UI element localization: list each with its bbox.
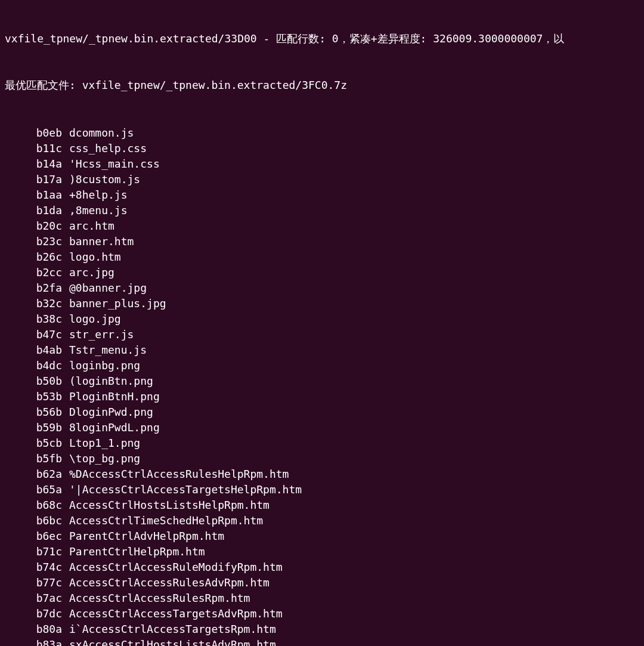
offset-value: b7ac [5, 591, 62, 606]
header-path: vxfile_tpnew/_tpnew.bin.extracted/33D00 [5, 32, 257, 45]
offset-value: b11c [5, 141, 62, 156]
strings-row: b59b 8loginPwdL.png [5, 420, 639, 435]
filename-value: %DAccessCtrlAccessRulesHelpRpm.htm [69, 466, 289, 482]
strings-row: b77c AccessCtrlAccessRulesAdvRpm.htm [5, 575, 639, 591]
offset-value: b65a [5, 482, 62, 497]
strings-row: b71c ParentCtrlHelpRpm.htm [5, 544, 639, 560]
offset-value: b14a [5, 156, 62, 172]
filename-value: arc.jpg [69, 265, 114, 280]
filename-value: +8help.js [69, 187, 128, 203]
offset-value: b53b [5, 389, 62, 404]
strings-row: b20c arc.htm [5, 218, 639, 234]
filename-value: banner_plus.jpg [69, 296, 166, 311]
strings-row: b5fb \top_bg.png [5, 451, 639, 466]
strings-row: b62a %DAccessCtrlAccessRulesHelpRpm.htm [5, 466, 639, 482]
terminal-output[interactable]: vxfile_tpnew/_tpnew.bin.extracted/33D00 … [0, 0, 644, 646]
filename-value: i`AccessCtrlAccessTargetsRpm.htm [69, 622, 276, 637]
filename-value: AccessCtrlAccessRuleModifyRpm.htm [69, 560, 283, 575]
filename-value: AccessCtrlAccessRulesAdvRpm.htm [69, 575, 270, 591]
offset-value: b38c [5, 311, 62, 327]
offset-value: b6ec [5, 528, 62, 544]
offset-value: b0eb [5, 125, 62, 141]
filename-value: AccessCtrlHostsListsHelpRpm.htm [69, 497, 270, 513]
offset-value: b4dc [5, 358, 62, 373]
strings-list: b0eb dcommon.jsb11c css_help.cssb14a 'Hc… [5, 125, 639, 646]
offset-value: b1aa [5, 187, 62, 203]
strings-row: b17a )8custom.js [5, 172, 639, 187]
offset-value: b32c [5, 296, 62, 311]
strings-row: b7ac AccessCtrlAccessRulesRpm.htm [5, 591, 639, 606]
strings-row: b50b (loginBtn.png [5, 373, 639, 389]
offset-value: b5cb [5, 435, 62, 451]
filename-value: Ltop1_1.png [69, 435, 140, 451]
filename-value: 'Hcss_main.css [69, 156, 160, 172]
strings-row: b4ab Tstr_menu.js [5, 342, 639, 358]
strings-row: b83a sxAccessCtrlHostsListsAdvRpm.htm [5, 637, 639, 646]
strings-row: b74c AccessCtrlAccessRuleModifyRpm.htm [5, 560, 639, 575]
filename-value: PloginBtnH.png [69, 389, 160, 404]
best-match-value: vxfile_tpnew/_tpnew.bin.extracted/3FC0.7… [82, 79, 347, 91]
filename-value: arc.htm [69, 218, 114, 234]
fuzzy-label: 紧凑+差异程度: [349, 32, 427, 45]
offset-value: b50b [5, 373, 62, 389]
strings-row: b65a '|AccessCtrlAccessTargetsHelpRpm.ht… [5, 482, 639, 497]
strings-row: b2fa @0banner.jpg [5, 280, 639, 296]
filename-value: loginbg.png [69, 358, 140, 373]
strings-row: b47c str_err.js [5, 327, 639, 342]
offset-value: b56b [5, 404, 62, 420]
strings-row: b68c AccessCtrlHostsListsHelpRpm.htm [5, 497, 639, 513]
offset-value: b5fb [5, 451, 62, 466]
header-line-1: vxfile_tpnew/_tpnew.bin.extracted/33D00 … [5, 31, 639, 47]
offset-value: b26c [5, 249, 62, 265]
strings-row: b4dc loginbg.png [5, 358, 639, 373]
strings-row: b5cb Ltop1_1.png [5, 435, 639, 451]
offset-value: b80a [5, 622, 62, 637]
strings-row: b23c banner.htm [5, 234, 639, 249]
filename-value: ParentCtrlAdvHelpRpm.htm [69, 528, 224, 544]
strings-row: b1da ,8menu.js [5, 203, 639, 218]
filename-value: (loginBtn.png [69, 373, 153, 389]
filename-value: AccessCtrlAccessRulesRpm.htm [69, 591, 250, 606]
offset-value: b23c [5, 234, 62, 249]
offset-value: b2fa [5, 280, 62, 296]
filename-value: logo.htm [69, 249, 121, 265]
offset-value: b59b [5, 420, 62, 435]
filename-value: banner.htm [69, 234, 134, 249]
offset-value: b71c [5, 544, 62, 560]
strings-row: b56b DloginPwd.png [5, 404, 639, 420]
strings-row: b6bc AccessCtrlTimeSchedHelpRpm.htm [5, 513, 639, 528]
filename-value: ParentCtrlHelpRpm.htm [69, 544, 205, 560]
strings-row: b14a 'Hcss_main.css [5, 156, 639, 172]
filename-value: css_help.css [69, 141, 147, 156]
filename-value: \top_bg.png [69, 451, 140, 466]
strings-row: b26c logo.htm [5, 249, 639, 265]
filename-value: str_err.js [69, 327, 134, 342]
filename-value: ,8menu.js [69, 203, 128, 218]
offset-value: b62a [5, 466, 62, 482]
strings-row: b1aa +8help.js [5, 187, 639, 203]
filename-value: sxAccessCtrlHostsListsAdvRpm.htm [69, 637, 276, 646]
filename-value: dcommon.js [69, 125, 134, 141]
strings-row: b7dc AccessCtrlAccessTargetsAdvRpm.htm [5, 606, 639, 622]
strings-row: b0eb dcommon.js [5, 125, 639, 141]
offset-value: b68c [5, 497, 62, 513]
offset-value: b20c [5, 218, 62, 234]
strings-row: b11c css_help.css [5, 141, 639, 156]
offset-value: b17a [5, 172, 62, 187]
offset-value: b6bc [5, 513, 62, 528]
offset-value: b1da [5, 203, 62, 218]
match-label: 匹配行数: [276, 32, 326, 45]
strings-row: b38c logo.jpg [5, 311, 639, 327]
filename-value: AccessCtrlAccessTargetsAdvRpm.htm [69, 606, 283, 622]
offset-value: b74c [5, 560, 62, 575]
filename-value: logo.jpg [69, 311, 121, 327]
strings-row: b2cc arc.jpg [5, 265, 639, 280]
offset-value: b77c [5, 575, 62, 591]
filename-value: DloginPwd.png [69, 404, 153, 420]
fuzzy-value: 326009.3000000007 [433, 32, 543, 45]
strings-row: b32c banner_plus.jpg [5, 296, 639, 311]
filename-value: AccessCtrlTimeSchedHelpRpm.htm [69, 513, 263, 528]
offset-value: b83a [5, 637, 62, 646]
strings-row: b80a i`AccessCtrlAccessTargetsRpm.htm [5, 622, 639, 637]
filename-value: 8loginPwdL.png [69, 420, 160, 435]
